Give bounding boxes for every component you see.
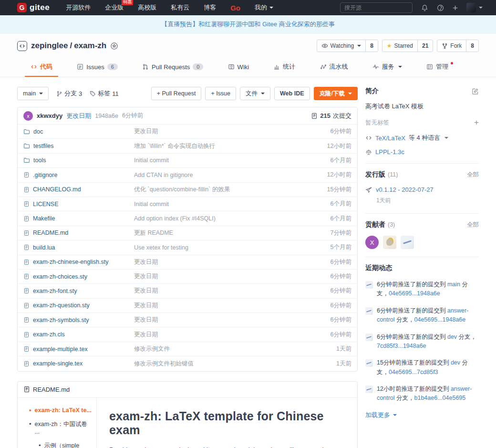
tab-stats[interactable]: 统计 (268, 58, 301, 77)
avatar[interactable]: x (23, 111, 33, 121)
tab-pull-requests[interactable]: Pull Requests 0 (136, 58, 209, 77)
avatar[interactable] (401, 236, 414, 249)
activity-commit-range-link[interactable]: b1b4ae6...04e5695 (414, 395, 466, 401)
file-commit-message-link[interactable]: 更改日期 (134, 331, 158, 338)
commit-hash[interactable]: 1948a6e (95, 113, 118, 119)
watch-count[interactable]: 8 (365, 40, 378, 52)
file-commit-message-link[interactable]: 更改日期 (134, 259, 158, 265)
file-commit-message-link[interactable]: 修改示例文件初始键值 (134, 360, 194, 367)
file-name-link[interactable]: README.md (33, 229, 68, 236)
repo-name-link[interactable]: exam-zh (74, 41, 106, 50)
file-commit-message-link[interactable]: 优化 `question/combine-fillin` 的效果 (134, 186, 230, 193)
file-name-link[interactable]: build.lua (33, 244, 55, 251)
activity-commit-range-link[interactable]: 04e5695...7cd85f3 (389, 369, 438, 375)
star-button[interactable]: ★ Starred (382, 40, 417, 52)
file-commit-message-link[interactable]: 更改日期 (134, 287, 158, 294)
load-more-link[interactable]: 加载更多 (365, 411, 479, 419)
toc-item[interactable]: exam-zh：中国试卷 ... (18, 420, 93, 435)
language-more-label[interactable]: 等 4 种语言 (409, 134, 440, 142)
language-link[interactable]: TeX/LaTeX (375, 135, 405, 142)
fork-count[interactable]: 8 (466, 40, 478, 52)
star-count[interactable]: 21 (417, 40, 433, 52)
new-issue-button[interactable]: + Issue (205, 87, 236, 100)
tab-wiki[interactable]: Wiki (222, 58, 255, 77)
clone-download-button[interactable]: 克隆/下载 (314, 87, 358, 100)
search-input[interactable] (340, 2, 413, 13)
file-name-link[interactable]: CHANGELOG.md (33, 186, 81, 193)
file-commit-message-link[interactable]: Initial commit (134, 157, 169, 164)
commits-count-link[interactable]: 215 次提交 (311, 112, 351, 120)
activity-branch-link[interactable]: dev (451, 359, 460, 366)
nav-item-blog[interactable]: 博客 (204, 3, 216, 12)
tab-issues[interactable]: Issues 6 (71, 58, 124, 77)
tab-pipeline[interactable]: 流水线 (314, 58, 354, 77)
tab-code[interactable]: 代码 (25, 58, 58, 77)
readme-filename[interactable]: README.md (33, 386, 70, 393)
branch-selector[interactable]: main (17, 87, 49, 100)
activity-commit-range-link[interactable]: 04e5695...1948a6e (414, 316, 466, 323)
file-commit-message-link[interactable]: 更改日期 (134, 128, 158, 135)
file-name-link[interactable]: example-multiple.tex (33, 346, 88, 353)
file-commit-message-link[interactable]: Initial commit (134, 201, 169, 208)
branches-link[interactable]: 分支 3 (56, 89, 82, 98)
bell-icon[interactable] (421, 4, 428, 11)
file-name-link[interactable]: exam-zh-font.sty (33, 288, 77, 294)
file-commit-message-link[interactable]: 修改示例文件 (134, 345, 170, 352)
toc-item[interactable]: exam-zh: LaTeX te... (18, 406, 93, 414)
file-name-link[interactable]: Makefile (33, 215, 55, 222)
file-commit-message-link[interactable]: Use xetex for testing (134, 244, 188, 251)
add-tag-button[interactable]: + (474, 118, 479, 127)
file-commit-message-link[interactable]: 增加 `\fillin*` 命令实现自动换行 (134, 143, 215, 149)
toc-item[interactable]: 示例（simple examp... (18, 442, 93, 448)
file-commit-message-link[interactable]: Add option index (Fix #I4SQLI) (134, 215, 216, 222)
nav-item-opensource[interactable]: 开源软件 (66, 3, 91, 12)
file-commit-message-link[interactable]: 更新 README (134, 229, 173, 236)
dco-badge-icon[interactable] (110, 42, 118, 50)
nav-item-mine[interactable]: 我的 (255, 3, 273, 12)
file-name-link[interactable]: exam-zh.cls (33, 331, 65, 338)
activity-branch-link[interactable]: dev (447, 333, 457, 340)
web-ide-button[interactable]: Web IDE (274, 87, 310, 100)
new-pull-request-button[interactable]: + Pull Request (151, 87, 202, 100)
file-commit-message-link[interactable]: 更改日期 (134, 273, 158, 280)
nav-item-private-cloud[interactable]: 私有云 (171, 3, 189, 12)
file-name-link[interactable]: LICENSE (33, 201, 59, 208)
file-commit-message-link[interactable]: Add CTAN in gitignore (134, 172, 193, 178)
file-name-link[interactable]: example-single.tex (33, 360, 83, 367)
commit-author-link[interactable]: xkwxdyy (37, 112, 62, 119)
gitee-logo[interactable]: G gitee (17, 3, 50, 12)
avatar[interactable] (383, 236, 396, 249)
nav-item-gitee-go[interactable]: Go (230, 4, 240, 12)
file-name-link[interactable]: .gitignore (33, 172, 57, 178)
license-link[interactable]: LPPL-1.3c (375, 148, 404, 156)
commit-message-link[interactable]: 更改日期 (66, 112, 91, 120)
user-menu[interactable] (466, 3, 483, 12)
file-name-link[interactable]: exam-zh-choices.sty (33, 273, 87, 280)
bulb-icon[interactable] (437, 4, 444, 11)
edit-icon[interactable] (472, 88, 479, 95)
watch-button[interactable]: Watching (317, 40, 366, 52)
tab-manage[interactable]: 管理 (421, 58, 454, 77)
fork-button[interactable]: Fork (437, 40, 466, 52)
releases-all-link[interactable]: 全部 (467, 171, 479, 179)
file-name-link[interactable]: exam-zh-chinese-english.sty (33, 259, 108, 265)
file-menu-button[interactable]: 文件 (240, 87, 270, 100)
repo-owner-link[interactable]: zepinglee (31, 41, 68, 50)
avatar[interactable]: X (365, 236, 379, 249)
file-name-link[interactable]: doc (33, 128, 43, 135)
release-link[interactable]: v0.1.12 - 2022-07-27 (376, 186, 434, 193)
file-name-link[interactable]: tools (33, 157, 46, 164)
tab-service[interactable]: 服务 (367, 58, 408, 77)
tags-link[interactable]: 标签 11 (90, 89, 119, 98)
file-name-link[interactable]: exam-zh-question.sty (33, 302, 90, 309)
nav-item-education[interactable]: 高校版 (138, 3, 156, 12)
contributors-all-link[interactable]: 全部 (467, 221, 479, 229)
plus-icon[interactable]: + (453, 3, 458, 12)
activity-branch-link[interactable]: main (447, 281, 460, 288)
file-name-link[interactable]: testfiles (33, 143, 53, 149)
activity-commit-range-link[interactable]: 04e5695...1948a6e (389, 290, 440, 297)
file-name-link[interactable]: exam-zh-symbols.sty (33, 317, 89, 323)
file-commit-message-link[interactable]: 更改日期 (134, 302, 158, 309)
activity-commit-range-link[interactable]: 7cd85f3...1948a6e (377, 343, 426, 349)
nav-item-enterprise[interactable]: 企业版 特惠 (105, 3, 124, 12)
